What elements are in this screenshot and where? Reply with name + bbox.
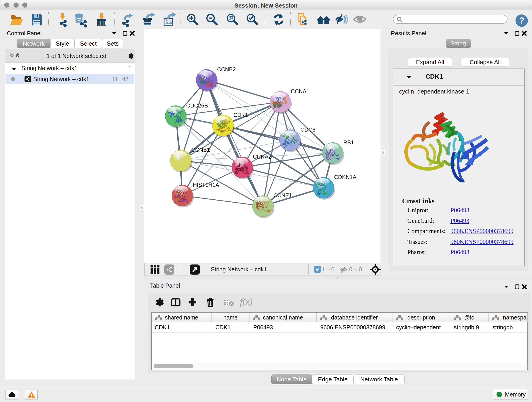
svg-text:CCNB2: CCNB2 [217, 66, 236, 72]
svg-text:CCNB1: CCNB1 [191, 147, 210, 153]
svg-text:CDC25B: CDC25B [186, 102, 208, 109]
svg-text:CCNE1: CCNE1 [273, 192, 292, 198]
svg-text:CDC6: CDC6 [300, 127, 315, 133]
svg-text:CDK1: CDK1 [234, 112, 248, 118]
svg-text:RB1: RB1 [343, 139, 354, 146]
svg-text:CCNA2: CCNA2 [253, 153, 272, 160]
svg-text:HIST1H1A: HIST1H1A [193, 182, 219, 188]
svg-text:CCNA1: CCNA1 [291, 88, 309, 95]
svg-text:CDKN1A: CDKN1A [334, 174, 356, 180]
